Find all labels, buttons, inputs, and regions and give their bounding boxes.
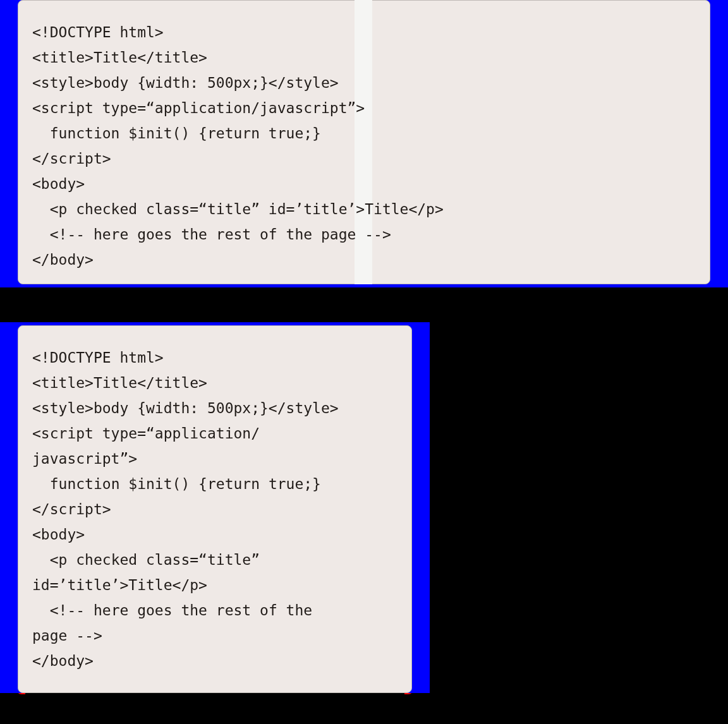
bottom-left: <!DOCTYPE html> <title>Title</title> <st… bbox=[0, 322, 430, 693]
code-line: </script> bbox=[32, 497, 397, 522]
code-line: <!DOCTYPE html> bbox=[32, 20, 696, 45]
code-line: <title>Title</title> bbox=[32, 370, 397, 395]
code-line: <p checked class=“title” bbox=[32, 547, 397, 572]
code-box-wrapper-top: <!DOCTYPE html> <title>Title</title> <st… bbox=[18, 0, 710, 284]
bottom-right-black bbox=[430, 322, 728, 693]
code-line: <!-- here goes the rest of the page --> bbox=[32, 222, 696, 247]
code-line: <script type=“application/ bbox=[32, 421, 397, 446]
code-line: javascript”> bbox=[32, 446, 397, 471]
code-line: <style>body {width: 500px;}</style> bbox=[32, 395, 397, 421]
top-section: <!DOCTYPE html> <title>Title</title> <st… bbox=[0, 0, 728, 287]
code-line: </body> bbox=[32, 648, 397, 673]
code-line: function $init() {return true;} bbox=[32, 471, 397, 497]
code-line: <style>body {width: 500px;}</style> bbox=[32, 70, 696, 95]
code-line: <body> bbox=[32, 522, 397, 547]
code-line: function $init() {return true;} bbox=[32, 121, 696, 146]
code-line: </body> bbox=[32, 247, 696, 272]
code-line: <!DOCTYPE html> bbox=[32, 345, 397, 370]
code-line: <body> bbox=[32, 171, 696, 196]
code-block-top: <!DOCTYPE html> <title>Title</title> <st… bbox=[18, 0, 710, 284]
code-line: id=’title’>Title</p> bbox=[32, 572, 397, 598]
code-line: <p checked class=“title” id=’title’>Titl… bbox=[32, 196, 696, 222]
code-box-wrapper-bottom: <!DOCTYPE html> <title>Title</title> <st… bbox=[18, 325, 412, 693]
code-line: <title>Title</title> bbox=[32, 45, 696, 70]
code-block-bottom: <!DOCTYPE html> <title>Title</title> <st… bbox=[18, 325, 412, 693]
code-line: </script> bbox=[32, 146, 696, 171]
bottom-section: <!DOCTYPE html> <title>Title</title> <st… bbox=[0, 322, 728, 693]
black-spacer bbox=[0, 287, 728, 322]
code-line: page --> bbox=[32, 623, 397, 648]
code-line: <script type=“application/javascript”> bbox=[32, 95, 696, 121]
code-line: <!-- here goes the rest of the bbox=[32, 598, 397, 623]
